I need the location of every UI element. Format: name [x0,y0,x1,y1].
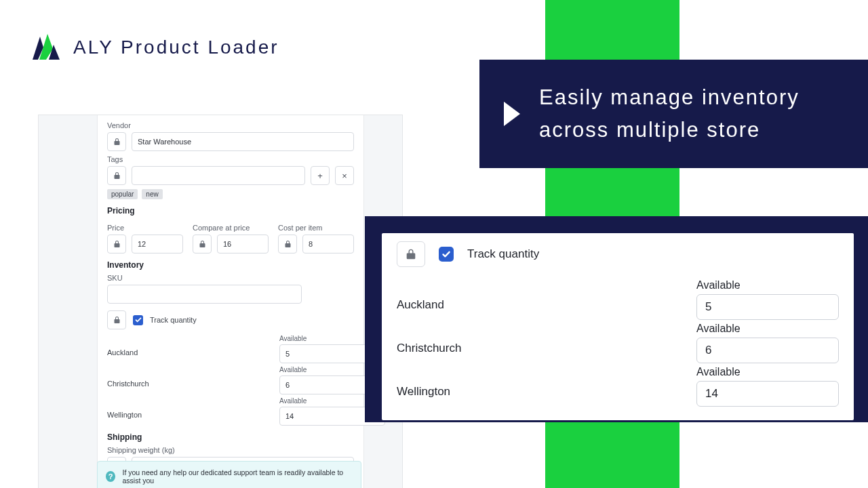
help-banner: ? If you need any help our dedicated sup… [97,461,361,488]
shipping-title: Shipping [107,432,354,442]
shipping-weight-label: Shipping weight (kg) [107,446,354,454]
tags-input[interactable] [132,166,305,185]
available-label: Available [279,366,354,373]
tag-chip[interactable]: new [142,189,162,199]
compare-label: Compare at price [193,224,269,232]
available-label: Available [279,335,354,342]
compare-input[interactable] [217,235,269,253]
available-label: Available [696,323,839,335]
hero-banner: Easily manage inventory across multiple … [479,60,868,168]
hero-headline: Easily manage inventory across multiple … [539,81,867,146]
location-name: Auckland [397,285,677,312]
location-name: Christchurch [107,370,271,388]
vendor-input[interactable] [132,132,354,151]
tag-chip[interactable]: popular [107,189,138,199]
available-input[interactable] [696,294,839,320]
help-icon: ? [106,471,115,482]
form-screenshot: Vendor Tags + × popular new Pricing [38,115,403,488]
sku-input[interactable] [107,285,302,304]
available-label: Available [696,279,839,291]
location-name: Wellington [397,371,677,399]
location-name: Christchurch [397,328,677,355]
location-name: Wellington [107,401,271,419]
track-quantity-label: Track quantity [467,247,539,261]
lock-icon[interactable] [107,235,126,253]
available-label: Available [279,397,354,405]
lock-icon[interactable] [107,132,126,151]
brand-name: ALY Product Loader [73,37,279,58]
location-name: Auckland [107,339,271,357]
vendor-label: Vendor [107,121,354,129]
pricing-title: Pricing [107,206,354,216]
logo-icon [33,33,60,62]
tags-label: Tags [107,155,354,163]
available-input[interactable] [696,381,839,407]
inventory-zoom-panel: Track quantity Auckland Available Christ… [365,216,868,422]
lock-icon[interactable] [397,241,425,267]
play-icon [504,102,520,126]
available-label: Available [696,366,839,378]
tags-clear-button[interactable]: × [335,166,354,185]
cost-label: Cost per item [278,224,354,232]
cost-input[interactable] [302,235,354,253]
track-quantity-checkbox[interactable] [439,247,454,262]
price-input[interactable] [132,235,183,253]
lock-icon[interactable] [278,235,297,253]
brand-logo: ALY Product Loader [33,33,279,62]
product-form-card: Vendor Tags + × popular new Pricing [97,115,364,488]
lock-icon[interactable] [107,310,126,329]
track-quantity-label: Track quantity [150,316,197,324]
lock-icon[interactable] [193,235,212,253]
help-text: If you need any help our dedicated suppo… [122,468,353,485]
tag-chips: popular new [107,189,354,199]
lock-icon[interactable] [107,166,126,185]
sku-label: SKU [107,274,354,282]
inventory-title: Inventory [107,260,354,270]
tags-add-button[interactable]: + [311,166,330,185]
available-input[interactable] [696,338,839,363]
track-quantity-checkbox[interactable] [133,315,143,325]
price-label: Price [107,224,183,232]
